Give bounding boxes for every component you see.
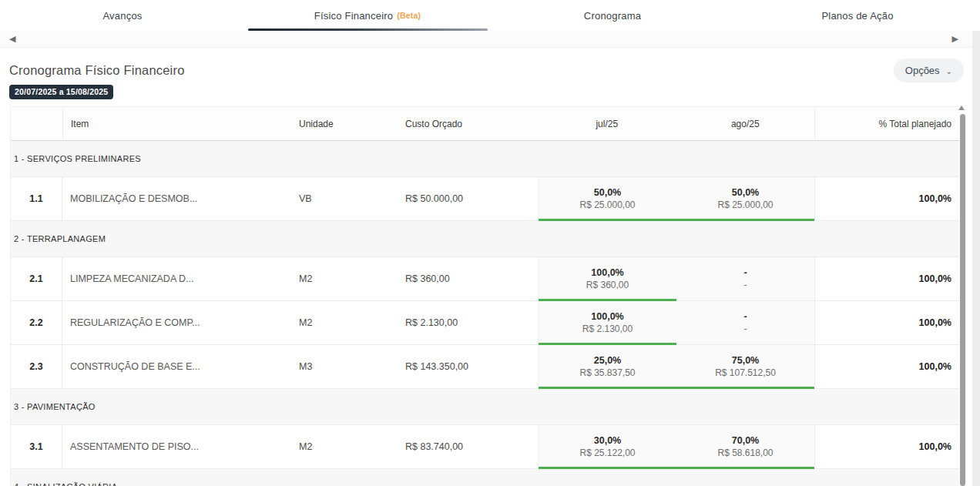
ago-amount: R$ 107.512,50 [715,367,776,379]
table-row[interactable]: 1.1MOBILIZAÇÃO E DESMOB...VBR$ 50.000,00… [11,177,959,221]
header-ago-25: ago/25 [676,107,815,140]
row-item-name: CONSTRUÇÃO DE BASE E... [62,345,294,388]
table-row[interactable]: 2.1LIMPEZA MECANIZADA D...M2R$ 360,00100… [11,257,959,301]
jul-amount: R$ 25.122,00 [579,447,635,459]
row-total-planned: 100,0% [814,425,959,468]
table-scrollbar-up-arrow-icon[interactable] [958,106,965,110]
ago-percent: 70,0% [732,434,759,447]
jul-amount: R$ 360,00 [586,279,629,291]
table-scrollbar-thumb[interactable] [960,114,965,486]
row-ago-value: 50,0%R$ 25.000,00 [676,177,814,220]
ago-amount: - [744,323,747,335]
table-row[interactable]: 2.3CONSTRUÇÃO DE BASE E...M3R$ 143.350,0… [11,345,959,389]
row-unit: M2 [294,301,401,344]
jul-percent: 50,0% [594,186,621,199]
header-jul-25: jul/25 [538,107,676,140]
row-unit: M2 [294,425,401,468]
row-item-name: ASSENTAMENTO DE PISO... [62,425,294,468]
row-ago-value: 75,0%R$ 107.512,50 [676,345,814,388]
jul-percent: 30,0% [594,434,621,447]
row-item-name: LIMPEZA MECANIZADA D... [62,257,294,300]
table-body: 1 - SERVIÇOS PRELIMINARES1.1MOBILIZAÇÃO … [11,141,959,486]
ago-amount: - [744,279,747,291]
row-code: 2.1 [11,257,62,300]
row-ago-value: -- [676,301,814,344]
tab-planos-de-acao[interactable]: Planos de Ação [735,0,980,31]
row-ago-value: -- [676,257,814,300]
row-code: 2.3 [11,345,62,388]
ago-amount: R$ 25.000,00 [717,199,773,211]
ago-percent: - [743,266,747,279]
jul-percent: 25,0% [594,354,621,367]
page-title: Cronograma Físico Financeiro [9,63,980,78]
tab-cronograma[interactable]: Cronograma [490,0,735,31]
row-total-planned: 100,0% [814,177,959,220]
tab-label: Planos de Ação [821,10,893,22]
row-unit: M2 [294,257,401,300]
app-window: Avanços Físico Financeiro (Beta) Cronogr… [0,0,980,486]
progress-underline [539,219,814,221]
row-code: 2.2 [11,301,62,344]
page-header: Cronograma Físico Financeiro 20/07/2025 … [0,48,980,106]
jul-amount: R$ 25.000,00 [579,199,635,211]
row-total-planned: 100,0% [814,345,959,388]
section-row: 1 - SERVIÇOS PRELIMINARES [11,141,959,177]
ago-percent: 50,0% [732,186,759,199]
row-months-cell: 100,0%R$ 2.130,00-- [538,301,814,344]
row-budget-cost: R$ 50.000,00 [401,177,538,220]
row-jul-value: 50,0%R$ 25.000,00 [539,177,676,220]
options-button[interactable]: Opções ⌄ [894,59,964,82]
row-total-planned: 100,0% [814,301,959,344]
options-button-label: Opções [905,65,940,76]
header-item: Item [62,107,294,140]
tab-label: Cronograma [584,10,641,22]
tab-scroll-strip: ◀ ▶ [0,31,980,48]
row-budget-cost: R$ 2.130,00 [401,301,538,344]
row-months-cell: 30,0%R$ 25.122,0070,0%R$ 58.618,00 [538,425,814,468]
row-unit: M3 [294,345,401,388]
section-row: 3 - PAVIMENTAÇÃO [11,389,959,425]
row-item-name: REGULARIZAÇÃO E COMP... [62,301,294,344]
ago-percent: - [743,310,747,323]
page-scrollbar-track[interactable] [972,31,980,486]
chevron-down-icon: ⌄ [946,67,952,75]
progress-underline [539,467,814,469]
row-unit: VB [294,177,401,220]
row-months-cell: 25,0%R$ 35.837,5075,0%R$ 107.512,50 [538,345,814,388]
row-months-cell: 50,0%R$ 25.000,0050,0%R$ 25.000,00 [538,177,814,220]
section-row: 4 - SINALIZAÇÃO VIÁRIA [11,469,959,486]
section-row: 2 - TERRAPLANAGEM [11,221,959,257]
period-badge: 20/07/2025 a 15/08/2025 [9,85,113,99]
tab-label: Físico Financeiro [314,10,393,22]
row-jul-value: 30,0%R$ 25.122,00 [539,425,676,468]
tab-fisico-financeiro[interactable]: Físico Financeiro (Beta) [245,0,490,31]
header-unidade: Unidade [294,107,401,140]
scroll-left-arrow-icon[interactable]: ◀ [9,32,15,45]
ago-percent: 75,0% [732,354,759,367]
jul-amount: R$ 35.837,50 [579,367,635,379]
scroll-right-arrow-icon[interactable]: ▶ [952,32,958,45]
row-code: 1.1 [11,177,62,220]
tab-bar: Avanços Físico Financeiro (Beta) Cronogr… [0,0,980,31]
jul-percent: 100,0% [591,310,623,323]
table-row[interactable]: 3.1ASSENTAMENTO DE PISO...M2R$ 83.740,00… [11,425,959,469]
table-row[interactable]: 2.2REGULARIZAÇÃO E COMP...M2R$ 2.130,001… [11,301,959,345]
row-code: 3.1 [11,425,62,468]
row-jul-value: 100,0%R$ 360,00 [539,257,676,300]
progress-underline [539,387,814,389]
row-months-cell: 100,0%R$ 360,00-- [538,257,814,300]
tab-avancos[interactable]: Avanços [0,0,245,31]
header-months: jul/25 ago/25 [538,107,814,140]
row-jul-value: 100,0%R$ 2.130,00 [539,301,676,344]
jul-percent: 100,0% [591,266,623,279]
ago-amount: R$ 58.618,00 [717,447,773,459]
header-number [11,107,62,140]
header-custo-orcado: Custo Orçado [401,107,538,140]
table-header-row: Item Unidade Custo Orçado jul/25 ago/25 … [11,106,959,141]
row-item-name: MOBILIZAÇÃO E DESMOB... [62,177,294,220]
tab-label: Avanços [102,10,142,22]
row-budget-cost: R$ 83.740,00 [401,425,538,468]
row-jul-value: 25,0%R$ 35.837,50 [539,345,676,388]
jul-amount: R$ 2.130,00 [582,323,633,335]
schedule-table: Item Unidade Custo Orçado jul/25 ago/25 … [10,106,959,486]
